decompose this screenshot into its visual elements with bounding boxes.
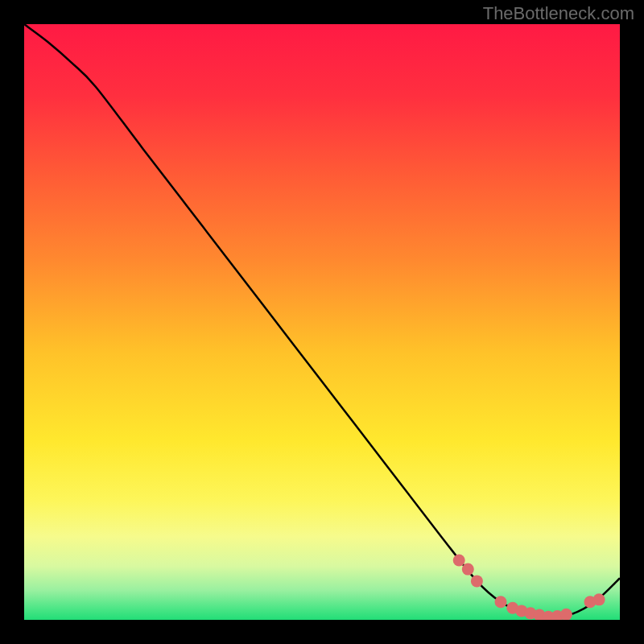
chart-plot-area: [24, 24, 620, 620]
svg-rect-0: [24, 24, 620, 620]
chart-background-gradient: [24, 24, 620, 620]
watermark-text: TheBottleneck.com: [483, 3, 634, 24]
